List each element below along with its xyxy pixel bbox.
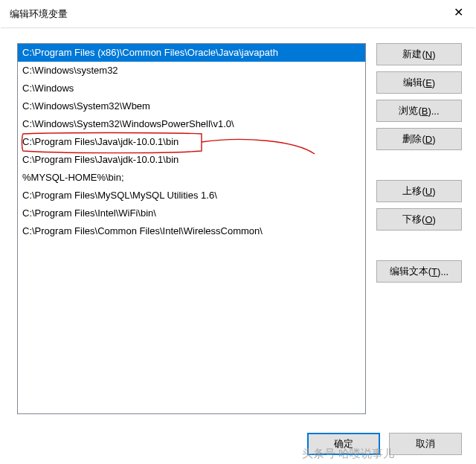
list-item[interactable]: C:\Program Files\Java\jdk-10.0.1\bin bbox=[18, 151, 365, 169]
list-item[interactable]: C:\Program Files\Common Files\Intel\Wire… bbox=[18, 222, 365, 240]
dialog-footer: 确定 取消 bbox=[1, 425, 475, 463]
list-item[interactable]: C:\Program Files (x86)\Common Files\Orac… bbox=[18, 44, 365, 62]
move-down-button[interactable]: 下移(O) bbox=[376, 208, 462, 231]
button-column: 新建(N) 编辑(E) 浏览(B)... 删除(D) 上移(U) 下移(O) 编… bbox=[376, 43, 462, 414]
browse-button[interactable]: 浏览(B)... bbox=[376, 100, 462, 122]
list-item[interactable]: %MYSQL-HOME%\bin; bbox=[18, 169, 365, 187]
ok-button[interactable]: 确定 bbox=[307, 433, 380, 455]
move-up-button[interactable]: 上移(U) bbox=[376, 180, 462, 202]
list-item[interactable]: C:\Windows\System32\Wbem bbox=[18, 97, 365, 115]
dialog-body: C:\Program Files (x86)\Common Files\Orac… bbox=[1, 28, 475, 425]
list-item[interactable]: C:\Windows bbox=[18, 80, 365, 97]
edit-button[interactable]: 编辑(E) bbox=[376, 71, 462, 94]
list-item[interactable]: C:\Windows\System32\WindowsPowerShell\v1… bbox=[18, 115, 365, 133]
spacer bbox=[376, 156, 462, 174]
list-item[interactable]: C:\Program Files\Java\jdk-10.0.1\bin bbox=[18, 133, 365, 151]
dialog-window: 编辑环境变量 ✕ C:\Program Files (x86)\Common F… bbox=[0, 0, 476, 464]
delete-button[interactable]: 删除(D) bbox=[376, 128, 462, 150]
titlebar: 编辑环境变量 ✕ bbox=[1, 1, 475, 28]
list-item[interactable]: C:\Windows\system32 bbox=[18, 62, 365, 80]
list-item[interactable]: C:\Program Files\Intel\WiFi\bin\ bbox=[18, 204, 365, 222]
spacer bbox=[376, 236, 462, 254]
close-icon: ✕ bbox=[454, 5, 463, 19]
close-button[interactable]: ✕ bbox=[442, 1, 475, 23]
window-title: 编辑环境变量 bbox=[10, 7, 68, 21]
cancel-button[interactable]: 取消 bbox=[389, 433, 462, 455]
edit-text-button[interactable]: 编辑文本(T)... bbox=[376, 260, 462, 283]
path-listbox[interactable]: C:\Program Files (x86)\Common Files\Orac… bbox=[17, 43, 366, 414]
new-button[interactable]: 新建(N) bbox=[376, 43, 462, 65]
list-item[interactable]: C:\Program Files\MySQL\MySQL Utilities 1… bbox=[18, 187, 365, 204]
